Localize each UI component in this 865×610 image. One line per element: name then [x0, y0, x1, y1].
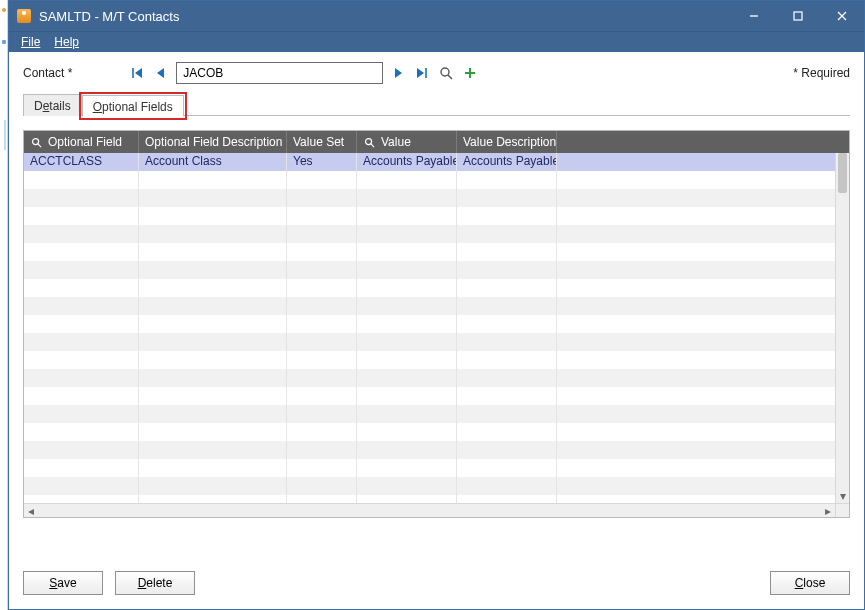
col-header-value-desc[interactable]: Value Description	[457, 131, 557, 153]
cell	[357, 225, 457, 243]
cell	[139, 279, 287, 297]
cell	[357, 477, 457, 495]
table-row[interactable]: ACCTCLASSAccount ClassYesAccounts Payabl…	[24, 153, 835, 171]
cell: Account Class	[139, 153, 287, 171]
grid-body[interactable]: ACCTCLASSAccount ClassYesAccounts Payabl…	[24, 153, 835, 503]
cell	[557, 459, 835, 477]
table-row[interactable]	[24, 315, 835, 333]
close-footer-button[interactable]: Close	[770, 571, 850, 595]
cell	[357, 261, 457, 279]
col-header-optional-field[interactable]: Optional Field	[24, 131, 139, 153]
svg-point-16	[365, 138, 371, 144]
cell	[357, 405, 457, 423]
cell: ACCTCLASS	[24, 153, 139, 171]
nav-next-button[interactable]	[389, 64, 407, 82]
cell	[357, 387, 457, 405]
cell	[287, 423, 357, 441]
cell	[457, 333, 557, 351]
app-icon	[17, 9, 31, 23]
table-row[interactable]	[24, 369, 835, 387]
table-row[interactable]	[24, 189, 835, 207]
cell	[457, 459, 557, 477]
table-row[interactable]	[24, 459, 835, 477]
cell	[557, 405, 835, 423]
cell	[139, 351, 287, 369]
window-controls	[732, 1, 864, 31]
scroll-thumb[interactable]	[838, 153, 847, 193]
table-row[interactable]	[24, 207, 835, 225]
cell	[457, 441, 557, 459]
table-row[interactable]	[24, 441, 835, 459]
cell	[24, 459, 139, 477]
cell	[357, 207, 457, 225]
finder-button[interactable]	[437, 64, 455, 82]
svg-line-15	[37, 143, 40, 146]
table-row[interactable]	[24, 387, 835, 405]
cell	[139, 423, 287, 441]
cell	[287, 171, 357, 189]
cell	[139, 261, 287, 279]
table-row[interactable]	[24, 423, 835, 441]
vertical-scrollbar[interactable]: ▴ ▾	[835, 153, 849, 503]
contact-input[interactable]	[176, 62, 383, 84]
nav-first-button[interactable]	[128, 64, 146, 82]
table-row[interactable]	[24, 405, 835, 423]
cell	[457, 351, 557, 369]
optional-fields-grid: Optional Field Optional Field Descriptio…	[23, 130, 850, 518]
table-row[interactable]	[24, 495, 835, 503]
cell	[457, 369, 557, 387]
cell	[24, 369, 139, 387]
menu-help[interactable]: Help	[54, 35, 79, 49]
table-row[interactable]	[24, 243, 835, 261]
cell	[287, 225, 357, 243]
search-icon	[363, 136, 375, 148]
nav-prev-button[interactable]	[152, 64, 170, 82]
cell	[357, 243, 457, 261]
save-button[interactable]: Save	[23, 571, 103, 595]
cell	[287, 351, 357, 369]
new-record-button[interactable]	[461, 64, 479, 82]
cell	[139, 405, 287, 423]
svg-marker-7	[395, 68, 402, 78]
scroll-right-icon[interactable]: ▸	[821, 504, 835, 517]
col-header-value[interactable]: Value	[357, 131, 457, 153]
table-row[interactable]	[24, 297, 835, 315]
close-button[interactable]	[820, 1, 864, 31]
cell	[457, 495, 557, 503]
cell	[557, 477, 835, 495]
cell	[557, 279, 835, 297]
cell	[457, 207, 557, 225]
minimize-button[interactable]	[732, 1, 776, 31]
tab-optional-fields[interactable]: Optional Fields	[82, 95, 184, 117]
cell: Accounts Payable	[457, 153, 557, 171]
table-row[interactable]	[24, 261, 835, 279]
cell	[557, 495, 835, 503]
footer-bar: Save Delete Close	[9, 557, 864, 609]
cell	[557, 153, 835, 171]
nav-last-button[interactable]	[413, 64, 431, 82]
scroll-left-icon[interactable]: ◂	[24, 504, 38, 517]
cell	[457, 225, 557, 243]
scroll-down-icon[interactable]: ▾	[836, 489, 849, 503]
table-row[interactable]	[24, 171, 835, 189]
table-row[interactable]	[24, 333, 835, 351]
delete-button[interactable]: Delete	[115, 571, 195, 595]
table-row[interactable]	[24, 225, 835, 243]
cell	[357, 333, 457, 351]
table-row[interactable]	[24, 351, 835, 369]
cell	[557, 441, 835, 459]
col-header-value-set[interactable]: Value Set	[287, 131, 357, 153]
cell	[287, 477, 357, 495]
cell	[24, 405, 139, 423]
cell	[557, 225, 835, 243]
table-row[interactable]	[24, 279, 835, 297]
cell	[287, 333, 357, 351]
col-header-optional-field-desc[interactable]: Optional Field Description	[139, 131, 287, 153]
cell: Accounts Payable	[357, 153, 457, 171]
tab-details[interactable]: Details	[23, 94, 82, 116]
horizontal-scrollbar[interactable]: ◂ ▸	[24, 503, 835, 517]
menu-file[interactable]: File	[21, 35, 40, 49]
table-row[interactable]	[24, 477, 835, 495]
maximize-button[interactable]	[776, 1, 820, 31]
cell	[24, 315, 139, 333]
